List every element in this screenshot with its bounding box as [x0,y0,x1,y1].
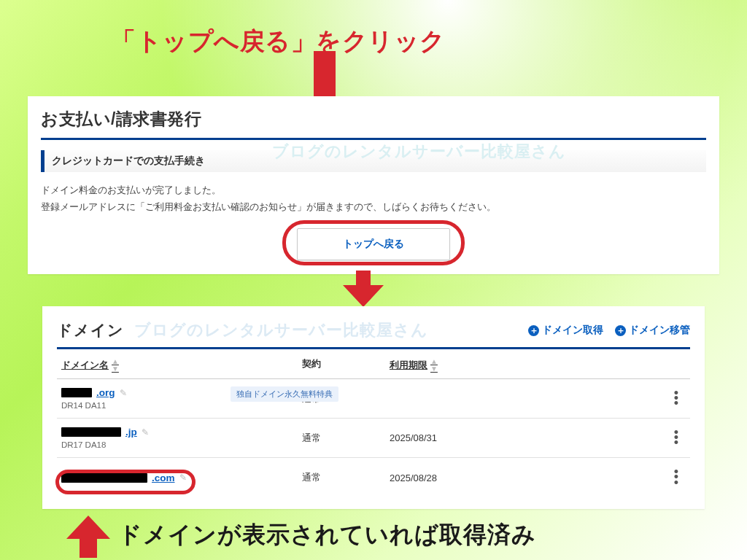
table-row: .jp ✎ DR17 DA18 通常 2025/08/31 ••• [57,419,690,458]
row-menu-button[interactable]: ••• [674,430,686,446]
panel2-title: ドメイン [57,320,124,341]
transfer-label: ドメイン移管 [629,324,690,337]
row-menu-button[interactable]: ••• [674,391,686,407]
panel1-title: お支払い/請求書発行 [41,108,706,140]
edit-icon[interactable]: ✎ [142,427,149,438]
msg-line2: 登録メールアドレスに「ご利用料金お支払い確認のお知らせ」が届きますので、しばらく… [41,199,706,216]
col-domain-name[interactable]: ドメイン名 ▲▼ [61,358,302,373]
redacted [61,388,92,397]
domain-transfer-link[interactable]: ＋ ドメイン移管 [615,324,690,337]
table-row: .org ✎ DR14 DA11 独自ドメイン永久無料特典 通常 ••• [57,379,690,419]
panel1-subhead: クレジットカードでの支払手続き [41,150,706,172]
domain-link[interactable]: .com [152,472,175,483]
expiry-cell: 2025/08/28 [390,472,608,483]
annotation-top: 「トップへ戻る」をクリック [111,25,446,58]
row-menu-button[interactable]: ••• [674,470,686,486]
sort-icon: ▲▼ [430,358,438,373]
msg-line1: ドメイン料金のお支払いが完了しました。 [41,182,706,199]
domain-link[interactable]: .org [96,387,115,398]
redacted [61,427,121,437]
payment-panel: お支払い/請求書発行 クレジットカードでの支払手続き ブログのレンタルサーバー比… [28,96,719,274]
back-to-top-button[interactable]: トップへ戻る [297,228,450,260]
plus-icon: ＋ [528,325,539,336]
domain-acquire-link[interactable]: ＋ ドメイン取得 [528,324,603,337]
watermark: ブログのレンタルサーバー比較屋さん [134,319,428,341]
domain-panel: ドメイン ブログのレンタルサーバー比較屋さん ＋ ドメイン取得 ＋ ドメイン移管… [42,306,705,509]
domain-link[interactable]: .jp [125,427,137,438]
expiry-cell: 2025/08/31 [390,432,608,443]
arrow-up-icon [66,516,110,558]
arrow-down-small-icon [343,271,384,307]
col-name-label: ドメイン名 [61,359,109,372]
contract-cell: 通常 [302,432,390,445]
dr-da-stats: DR17 DA18 [61,440,302,449]
col-exp-label: 利用期限 [390,359,427,372]
sort-icon: ▲▼ [112,358,119,373]
redacted [61,473,147,483]
dr-da-stats: DR14 DA11 [61,401,302,410]
free-domain-badge: 独自ドメイン永久無料特典 [231,386,338,402]
table-row: .com ✎ 通常 2025/08/28 ••• [57,458,690,497]
edit-icon[interactable]: ✎ [179,472,187,483]
acquire-label: ドメイン取得 [542,324,603,337]
completion-message: ドメイン料金のお支払いが完了しました。 登録メールアドレスに「ご利用料金お支払い… [41,182,706,215]
edit-icon[interactable]: ✎ [120,388,127,398]
plus-icon: ＋ [615,325,626,336]
table-header: ドメイン名 ▲▼ 契約 利用期限 ▲▼ [57,349,690,379]
col-contract: 契約 [302,358,390,373]
col-expiry[interactable]: 利用期限 ▲▼ [390,358,608,373]
annotation-bottom: ドメインが表示されていれば取得済み [118,519,536,551]
contract-cell: 通常 [302,471,390,484]
